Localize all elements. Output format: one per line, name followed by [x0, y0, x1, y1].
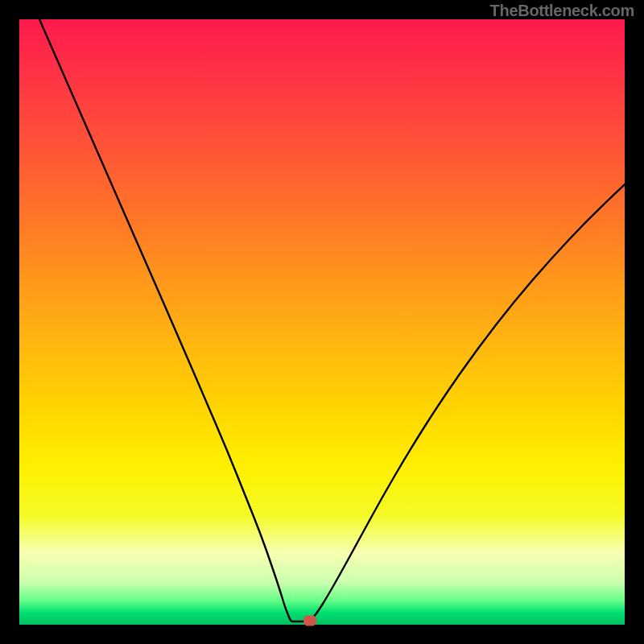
bottleneck-curve-path	[39, 19, 625, 621]
bottleneck-curve-svg	[19, 19, 625, 625]
optimal-point-marker	[303, 616, 316, 626]
watermark-text: TheBottleneck.com	[490, 2, 634, 20]
